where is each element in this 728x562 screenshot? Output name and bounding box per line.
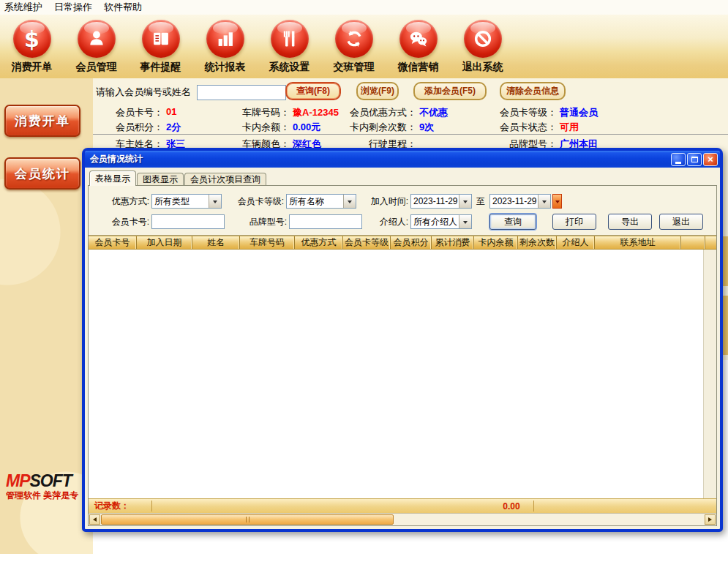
shift-arrows-icon — [335, 20, 373, 58]
toolbar-label: 会员管理 — [76, 61, 117, 74]
filter-row-1: 优惠方式: 所有类型 会员卡等级: 所有名称 加入时间: 2023-11-29 … — [94, 192, 716, 210]
balance-value: 0.00元 — [293, 121, 320, 134]
status-divider — [533, 501, 534, 512]
date-to-select[interactable]: 2023-11-29 — [489, 194, 551, 209]
card-filter-input[interactable] — [151, 214, 225, 229]
vertical-scrollbar-track[interactable] — [703, 250, 716, 498]
dialog-title: 会员情况统计 — [90, 153, 669, 165]
date-from-select[interactable]: 2023-11-29 — [410, 194, 472, 209]
add-member-f5-button[interactable]: 添加会员(F5) — [413, 82, 487, 100]
minimize-icon — [675, 162, 681, 164]
toolbar-button-billing[interactable]: $ 消费开单 — [9, 20, 55, 74]
menu-system-maintenance[interactable]: 系统维护 — [4, 1, 42, 14]
table-body[interactable] — [89, 250, 716, 498]
chevron-left-icon — [91, 517, 97, 522]
column-header-discount-mode[interactable]: 优惠方式 — [295, 236, 343, 249]
column-header-balance[interactable]: 卡内余额 — [474, 236, 518, 249]
minimize-button[interactable] — [671, 153, 686, 166]
dialog-status-bar: 记录数： 0.00 — [89, 498, 716, 513]
toolbar-button-exit[interactable]: 退出系统 — [459, 20, 506, 74]
member-search-input[interactable] — [197, 85, 286, 100]
column-header-plate-no[interactable]: 车牌号码 — [240, 236, 295, 249]
column-header-remaining-times[interactable]: 剩余次数 — [518, 236, 557, 249]
card-filter-label: 会员卡号: — [94, 216, 151, 228]
discount-filter-label: 优惠方式: — [94, 195, 151, 208]
level-filter-label: 会员卡等级: — [222, 195, 286, 208]
level-filter-value: 所有名称 — [287, 195, 343, 208]
chevron-down-icon[interactable] — [209, 195, 221, 208]
clear-member-info-button[interactable]: 清除会员信息 — [500, 82, 566, 100]
date-to-connector: 至 — [472, 195, 489, 208]
points-value: 2分 — [166, 121, 181, 134]
menubar: 系统维护 日常操作 软件帮助 — [0, 0, 728, 15]
filter-row-2: 会员卡号: 品牌型号: 介绍人: 所有介绍人 查询 打印 导出 退出 — [94, 213, 716, 231]
referrer-filter-select[interactable]: 所有介绍人 — [410, 214, 472, 229]
toolbar: $ 消费开单 会员管理 事件提醒 统计报表 系统设置 交班管理 微信 — [0, 15, 728, 78]
tab-table-view[interactable]: 表格显示 — [89, 171, 136, 186]
chevron-down-icon[interactable] — [343, 195, 356, 208]
scroll-right-button[interactable] — [705, 514, 716, 525]
toolbar-label: 交班管理 — [334, 61, 375, 74]
chevron-down-icon[interactable] — [459, 195, 471, 208]
balance-label: 卡内余额： — [222, 121, 290, 134]
remaining-times-label: 卡内剩余次数： — [321, 121, 416, 134]
column-header-address[interactable]: 联系地址 — [595, 236, 681, 249]
column-header-card-no[interactable]: 会员卡号 — [89, 236, 137, 249]
scrollbar-grip — [246, 517, 249, 522]
menu-daily-operations[interactable]: 日常操作 — [54, 1, 92, 14]
maximize-icon — [691, 157, 698, 162]
toolbar-button-members[interactable]: 会员管理 — [73, 20, 119, 74]
chevron-down-icon[interactable] — [538, 195, 550, 208]
close-icon: × — [708, 154, 713, 164]
sidebar-button-billing[interactable]: 消费开单 — [4, 105, 80, 137]
column-header-points[interactable]: 会员积分 — [391, 236, 432, 249]
card-status-value: 可用 — [560, 121, 579, 134]
toolbar-button-reminders[interactable]: 事件提醒 — [138, 20, 184, 74]
card-level-value: 普通会员 — [560, 106, 598, 119]
horizontal-scrollbar[interactable] — [89, 513, 716, 525]
toolbar-button-wechat[interactable]: 微信营销 — [395, 20, 441, 74]
sidebar-button-member-stats[interactable]: 会员统计 — [4, 157, 80, 190]
query-f8-button[interactable]: 查询(F8) — [285, 82, 341, 100]
column-header-empty — [681, 236, 705, 249]
record-count-label: 记录数： — [94, 500, 130, 512]
exit-button[interactable]: 退出 — [659, 214, 703, 230]
plate-no-label: 车牌号码： — [222, 106, 290, 119]
toolbar-label: 退出系统 — [462, 61, 503, 74]
tab-chart-view[interactable]: 图表显示 — [137, 173, 184, 186]
brand-filter-input[interactable] — [289, 214, 362, 229]
maximize-button[interactable] — [687, 153, 702, 166]
toolbar-button-settings[interactable]: 系统设置 — [266, 20, 312, 74]
tab-count-item-query[interactable]: 会员计次项目查询 — [184, 173, 266, 186]
toolbar-label: 消费开单 — [12, 61, 53, 74]
logo-mp: MP — [6, 472, 30, 490]
toolbar-button-reports[interactable]: 统计报表 — [202, 20, 248, 74]
query-button[interactable]: 查询 — [489, 214, 536, 230]
print-button[interactable]: 打印 — [552, 214, 596, 230]
discount-filter-select[interactable]: 所有类型 — [151, 194, 222, 209]
browse-f9-button[interactable]: 浏览(F9) — [356, 82, 399, 100]
level-filter-select[interactable]: 所有名称 — [286, 194, 356, 209]
brand-filter-label: 品牌型号: — [225, 216, 289, 228]
column-header-referrer[interactable]: 介绍人 — [557, 236, 595, 249]
toolbar-label: 系统设置 — [269, 61, 310, 74]
close-button[interactable]: × — [703, 153, 718, 166]
toolbar-button-shift[interactable]: 交班管理 — [331, 20, 377, 74]
date-dropdown-highlight-button[interactable] — [552, 194, 562, 209]
menu-software-help[interactable]: 软件帮助 — [104, 1, 142, 14]
card-status-label: 会员卡状态： — [460, 121, 557, 134]
column-header-join-date[interactable]: 加入日期 — [137, 236, 192, 249]
column-header-name[interactable]: 姓名 — [192, 236, 240, 249]
record-total-value: 0.00 — [503, 501, 519, 512]
chevron-down-icon[interactable] — [459, 215, 471, 228]
export-button[interactable]: 导出 — [608, 214, 652, 230]
logo-soft: SOFT — [30, 472, 72, 490]
column-header-total-spent[interactable]: 累计消费 — [432, 236, 474, 249]
wechat-icon — [399, 20, 438, 58]
status-divider — [151, 501, 152, 512]
horizontal-scrollbar-thumb[interactable] — [101, 514, 394, 525]
scroll-left-button[interactable] — [89, 514, 100, 525]
referrer-filter-label: 介绍人: — [362, 216, 410, 228]
column-header-card-level[interactable]: 会员卡等级 — [343, 236, 391, 249]
dialog-titlebar[interactable]: 会员情况统计 × — [85, 151, 720, 168]
